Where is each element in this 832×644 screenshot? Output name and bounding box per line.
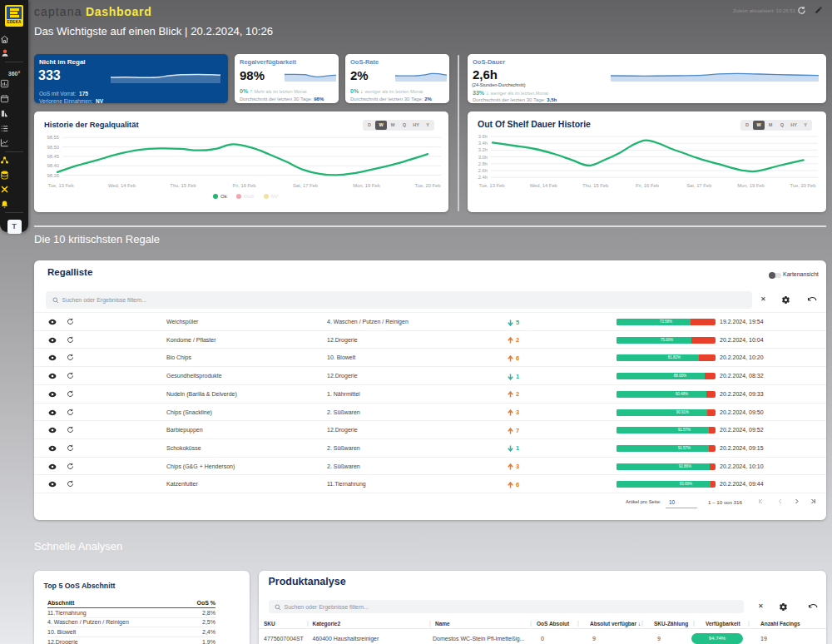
svg-text:3.4h: 3.4h: [478, 141, 488, 146]
svg-text:98,55: 98,55: [47, 135, 59, 140]
svg-text:3.6h: 3.6h: [478, 134, 488, 139]
svg-text:Ok: Ok: [220, 194, 228, 199]
svg-text:2.6h: 2.6h: [478, 168, 488, 173]
svg-text:Fri, 16 Feb: Fri, 16 Feb: [636, 183, 659, 188]
svg-text:Thu, 15 Feb: Thu, 15 Feb: [582, 183, 608, 188]
svg-text:Thu, 15 Feb: Thu, 15 Feb: [170, 183, 196, 188]
svg-text:Tue, 20 Feb: Tue, 20 Feb: [790, 183, 815, 188]
svg-text:Tue, 20 Feb: Tue, 20 Feb: [414, 183, 440, 188]
svg-text:98,40: 98,40: [47, 163, 59, 168]
svg-text:NV: NV: [271, 194, 278, 199]
svg-text:3.0h: 3.0h: [478, 155, 488, 160]
svg-text:Wed, 14 Feb: Wed, 14 Feb: [108, 183, 136, 188]
svg-text:2.8h: 2.8h: [478, 161, 488, 166]
svg-text:Tue, 13 Feb: Tue, 13 Feb: [47, 183, 73, 188]
svg-text:2.4h: 2.4h: [478, 175, 488, 180]
svg-text:Mon, 19 Feb: Mon, 19 Feb: [353, 183, 380, 188]
svg-text:Fri, 16 Feb: Fri, 16 Feb: [232, 183, 255, 188]
svg-text:98,50: 98,50: [47, 145, 59, 150]
svg-text:Mon, 19 Feb: Mon, 19 Feb: [737, 183, 765, 188]
svg-text:Sat, 17 Feb: Sat, 17 Feb: [686, 183, 711, 188]
svg-text:Wed, 14 Feb: Wed, 14 Feb: [530, 183, 557, 188]
svg-text:98,35: 98,35: [47, 173, 59, 178]
svg-text:Tue, 13 Feb: Tue, 13 Feb: [478, 183, 504, 188]
svg-text:OoS: OoS: [244, 194, 254, 199]
svg-text:3.2h: 3.2h: [478, 147, 488, 152]
svg-text:360°: 360°: [8, 71, 21, 77]
svg-text:Sat, 17 Feb: Sat, 17 Feb: [293, 183, 318, 188]
svg-text:98,45: 98,45: [47, 154, 59, 159]
